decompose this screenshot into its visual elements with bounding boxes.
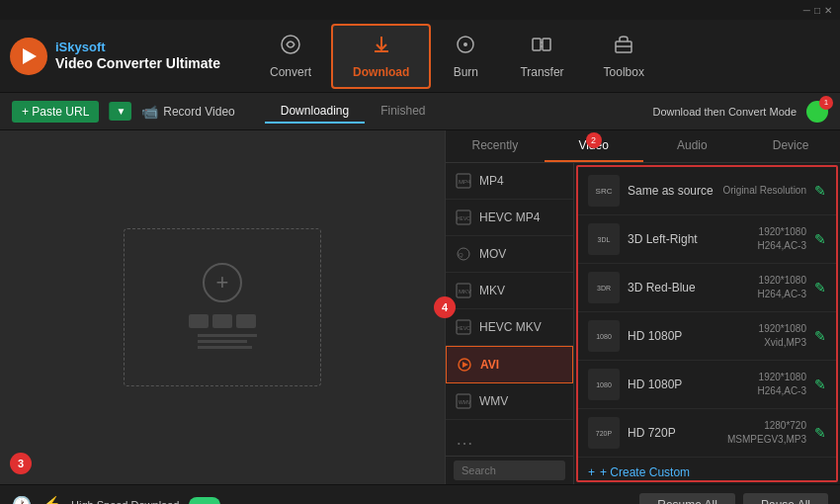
svg-text:MKV: MKV	[459, 289, 471, 294]
minimize-icon: ─	[803, 5, 810, 16]
lightning-icon: ⚡	[42, 495, 61, 504]
mode-toggle[interactable]: 1	[806, 101, 828, 123]
add-video-area[interactable]: +	[124, 228, 321, 386]
format-tab-video[interactable]: 2 Video	[545, 130, 643, 162]
detail-hd-1080p-h264[interactable]: 1080 HD 1080P 1920*1080 H264,AC-3 ✎	[578, 361, 836, 409]
edit-icon-3[interactable]: ✎	[814, 328, 826, 344]
toolbox-icon	[613, 34, 634, 60]
add-hint	[178, 310, 267, 352]
edit-icon-5[interactable]: ✎	[814, 425, 826, 441]
detail-3d-red-blue[interactable]: 3DR 3D Red-Blue 1920*1080 H264,AC-3 ✎	[578, 264, 836, 312]
3d-red-blue-icon: 3DR	[588, 272, 620, 303]
svg-marker-0	[23, 48, 37, 64]
avi-play-icon	[457, 357, 472, 373]
3d-left-right-icon: 3DL	[588, 223, 620, 255]
svg-rect-5	[543, 39, 550, 50]
3d-left-right-label: 3D Left-Right	[628, 232, 758, 246]
nav-transfer-label: Transfer	[520, 65, 563, 79]
create-custom-label: + Create Custom	[600, 465, 690, 479]
hd-1080p-h264-specs: 1920*1080 H264,AC-3	[758, 371, 806, 398]
detail-same-as-source[interactable]: SRC Same as source Original Resolution ✎	[578, 167, 836, 215]
nav-convert[interactable]: Convert	[250, 26, 331, 87]
paste-url-button[interactable]: + Paste URL	[12, 101, 99, 123]
format-body: MP4 MP4 HEVC HEVC MP4 Q MOV MKV MKV	[446, 163, 840, 484]
3d-red-blue-label: 3D Red-Blue	[628, 281, 758, 294]
format-list: MP4 MP4 HEVC HEVC MP4 Q MOV MKV MKV	[446, 163, 573, 456]
create-custom-plus: +	[588, 465, 595, 479]
paste-url-dropdown[interactable]: ▼	[109, 102, 131, 121]
record-video-button[interactable]: 📹 Record Video	[141, 104, 235, 120]
format-avi[interactable]: AVI	[446, 346, 573, 383]
format-mkv[interactable]: MKV MKV	[446, 273, 573, 309]
svg-point-1	[282, 36, 299, 53]
product-name: Video Converter Ultimate	[55, 55, 220, 72]
download-icon	[371, 34, 392, 60]
hd-720p-specs: 1280*720 MSMPEGV3,MP3	[727, 419, 806, 447]
edit-icon-1[interactable]: ✎	[814, 231, 826, 247]
wmv-icon: WMV	[456, 393, 471, 409]
tab-finished[interactable]: Finished	[365, 100, 441, 124]
nav-toolbox-label: Toolbox	[604, 65, 644, 79]
hd-720p-icon: 720P	[588, 417, 620, 449]
close-icon[interactable]: ✕	[824, 5, 832, 16]
format-search-input[interactable]	[454, 461, 565, 480]
svg-text:Q: Q	[459, 252, 463, 258]
nav-burn-label: Burn	[454, 65, 478, 79]
mov-icon: Q	[456, 246, 471, 262]
format-hevc-mp4[interactable]: HEVC HEVC MP4	[446, 200, 573, 236]
resume-all-button[interactable]: Resume All	[639, 493, 735, 505]
logo-icon	[10, 38, 47, 75]
step-badge-3: 3	[10, 453, 32, 474]
detail-hd-720p[interactable]: 720P HD 720P 1280*720 MSMPEGV3,MP3 ✎	[578, 409, 836, 458]
format-tab-device[interactable]: Device	[741, 130, 840, 162]
svg-text:MP4: MP4	[459, 179, 471, 185]
nav-download[interactable]: Download	[331, 24, 431, 89]
svg-point-3	[463, 42, 467, 46]
edit-icon-4[interactable]: ✎	[814, 377, 826, 392]
nav-transfer[interactable]: Transfer	[500, 26, 583, 87]
format-mp4[interactable]: MP4 MP4	[446, 163, 573, 200]
hd-1080p-h264-icon: 1080	[588, 369, 620, 400]
hd-720p-label: HD 720P	[628, 426, 727, 440]
tabs-area: Downloading Finished	[265, 100, 442, 124]
nav-convert-label: Convert	[270, 65, 311, 79]
toolbar: iSkysoft Video Converter Ultimate Conver…	[0, 20, 840, 93]
main-content: + 3 4 Recently	[0, 130, 840, 484]
svg-rect-4	[533, 39, 541, 50]
record-icon: 📹	[141, 104, 158, 120]
format-more[interactable]: …	[446, 420, 573, 456]
nav-burn[interactable]: Burn	[431, 26, 500, 87]
step-badge-4: 4	[434, 296, 456, 318]
format-list-container: MP4 MP4 HEVC HEVC MP4 Q MOV MKV MKV	[446, 163, 574, 484]
video-tab-badge: 2	[586, 132, 602, 148]
format-details: SRC Same as source Original Resolution ✎…	[576, 165, 838, 482]
same-as-source-spec: Original Resolution	[723, 184, 807, 198]
detail-3d-left-right[interactable]: 3DL 3D Left-Right 1920*1080 H264,AC-3 ✎	[578, 215, 836, 264]
pause-all-button[interactable]: Pause All	[743, 493, 828, 505]
format-tab-audio[interactable]: Audio	[643, 130, 742, 162]
format-wmv[interactable]: WMV WMV	[446, 383, 573, 420]
mode-label: Download then Convert Mode	[652, 106, 797, 118]
format-tab-recently[interactable]: Recently	[446, 130, 545, 162]
edit-icon-0[interactable]: ✎	[814, 183, 826, 199]
detail-hd-1080p-xvid[interactable]: 1080 HD 1080P 1920*1080 Xvid,MP3 ✎	[578, 312, 836, 361]
create-custom-button[interactable]: + + Create Custom	[578, 458, 836, 482]
same-as-source-label: Same as source	[628, 184, 723, 198]
add-icon: +	[203, 263, 242, 302]
format-panel: 4 Recently 2 Video Audio Device	[445, 130, 840, 484]
edit-icon-2[interactable]: ✎	[814, 280, 826, 295]
action-bar: + Paste URL ▼ 📹 Record Video Downloading…	[0, 93, 840, 130]
format-mov[interactable]: Q MOV	[446, 236, 573, 273]
nav-toolbox[interactable]: Toolbox	[584, 26, 664, 87]
left-panel: + 3	[0, 130, 445, 484]
nav-download-label: Download	[353, 65, 409, 79]
mp4-icon: MP4	[456, 173, 471, 189]
same-as-source-icon: SRC	[588, 175, 620, 207]
format-hevc-mkv[interactable]: HEVC HEVC MKV	[446, 309, 573, 346]
tab-downloading[interactable]: Downloading	[265, 100, 365, 124]
burn-icon	[455, 34, 476, 60]
svg-marker-19	[462, 362, 468, 368]
schedule-icon[interactable]: 🕐	[12, 495, 32, 504]
speed-toggle[interactable]	[189, 497, 220, 505]
hd-1080p-h264-label: HD 1080P	[628, 378, 758, 391]
